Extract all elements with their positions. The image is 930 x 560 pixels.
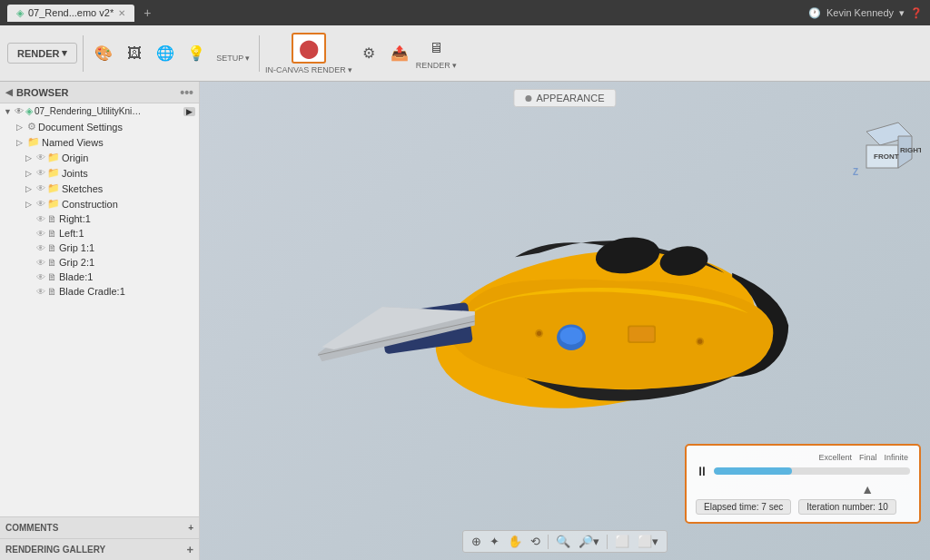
svg-point-17 bbox=[537, 330, 541, 335]
z-axis-label: Z bbox=[853, 167, 858, 177]
comments-add-icon[interactable]: + bbox=[188, 523, 193, 533]
progress-row: ⏸ bbox=[696, 464, 910, 478]
toolbar-group-settings: ⚙ bbox=[354, 42, 383, 64]
item-label: Named Views bbox=[42, 137, 104, 148]
appearance-label: APPEARANCE bbox=[536, 93, 604, 103]
item-label: Right:1 bbox=[59, 213, 91, 224]
help-icon[interactable]: ❓ bbox=[910, 7, 923, 19]
list-item[interactable]: 👁 🗎 Left:1 bbox=[0, 226, 199, 241]
body-icon: 🗎 bbox=[47, 242, 57, 253]
list-item[interactable]: 👁 🗎 Blade:1 bbox=[0, 270, 199, 284]
export-button[interactable]: 📤 bbox=[385, 42, 414, 64]
eye-icon[interactable]: 👁 bbox=[36, 229, 45, 239]
root-eye-icon[interactable]: 👁 bbox=[15, 106, 24, 116]
toolbar-group-in-canvas: ⬤ IN-CANVAS RENDER ▾ bbox=[265, 33, 352, 74]
list-item[interactable]: 👁 🗎 Blade Cradle:1 bbox=[0, 284, 199, 299]
lights-button[interactable]: 💡 bbox=[182, 42, 211, 64]
scene-button[interactable]: 🌐 bbox=[151, 42, 180, 64]
eye-icon[interactable]: 👁 bbox=[36, 287, 45, 297]
root-item-label: 07_Rendering_UtilityKnife Der... bbox=[35, 106, 143, 116]
body-icon: 🗎 bbox=[47, 213, 57, 224]
expand-icon: ▷ bbox=[16, 138, 25, 147]
item-label: Sketches bbox=[62, 183, 103, 194]
zoom-button[interactable]: ⟲ bbox=[528, 533, 543, 550]
sphere-icon: ⬤ bbox=[299, 37, 319, 59]
lights-icon: 💡 bbox=[187, 44, 205, 62]
viewcube-svg: FRONT RIGHT bbox=[848, 109, 921, 182]
tree-root-item[interactable]: ▼ 👁 ◈ 07_Rendering_UtilityKnife Der... ▶ bbox=[0, 103, 199, 119]
elapsed-time-badge: Elapsed time: 7 sec bbox=[696, 499, 791, 515]
home-button[interactable]: ⊕ bbox=[469, 533, 484, 550]
render-progress-panel: Excellent Final Infinite ⏸ ▲ Elapsed tim… bbox=[685, 444, 921, 524]
display-mode-dropdown-button[interactable]: ⬜▾ bbox=[635, 533, 661, 550]
title-bar: ◈ 07_Rend...emo v2* ✕ + 🕐 Kevin Kennedy … bbox=[0, 0, 930, 25]
browser-collapse-icon[interactable]: ◀ bbox=[5, 87, 13, 97]
list-item[interactable]: 👁 🗎 Right:1 bbox=[0, 211, 199, 226]
add-tab-button[interactable]: + bbox=[143, 5, 151, 20]
tab-close-icon[interactable]: ✕ bbox=[118, 8, 125, 18]
list-item[interactable]: 👁 🗎 Grip 2:1 bbox=[0, 255, 199, 270]
zoom-dropdown-button[interactable]: 🔎▾ bbox=[576, 533, 602, 550]
svg-rect-15 bbox=[629, 327, 654, 341]
eye-icon[interactable]: 👁 bbox=[36, 168, 45, 178]
eye-icon[interactable]: 👁 bbox=[36, 258, 45, 268]
user-name[interactable]: Kevin Kennedy bbox=[826, 7, 894, 18]
browser-title: BROWSER bbox=[16, 87, 68, 98]
expand-icon: ▷ bbox=[25, 184, 35, 193]
info-row: Elapsed time: 7 sec Iteration number: 10 bbox=[696, 499, 910, 515]
gallery-add-btn[interactable]: + bbox=[186, 543, 193, 556]
toolbar-group-texture: 🖼 bbox=[120, 43, 149, 64]
toolbar-group-render2: 🖥 RENDER ▾ bbox=[416, 37, 457, 70]
list-item[interactable]: ▷ 👁 📁 Sketches bbox=[0, 181, 199, 196]
item-label: Blade:1 bbox=[59, 271, 93, 282]
tab-label: 07_Rend...emo v2* bbox=[28, 7, 114, 18]
item-label: Blade Cradle:1 bbox=[59, 286, 125, 297]
list-item[interactable]: 👁 🗎 Grip 1:1 bbox=[0, 241, 199, 255]
list-item[interactable]: ▷ 👁 📁 Origin bbox=[0, 150, 199, 165]
list-item[interactable]: ▷ 👁 📁 Joints bbox=[0, 165, 199, 181]
scene-icon: 🌐 bbox=[156, 44, 174, 62]
list-item[interactable]: ▷ 📁 Named Views bbox=[0, 134, 199, 150]
item-label: Joints bbox=[62, 168, 88, 179]
triangle-indicator: ▲ bbox=[861, 482, 874, 496]
list-item[interactable]: ▷ 👁 📁 Construction bbox=[0, 196, 199, 211]
eye-icon[interactable]: 👁 bbox=[36, 152, 45, 162]
render-menu-button[interactable]: RENDER ▾ bbox=[7, 43, 77, 64]
viewport[interactable]: APPEARANCE FRONT RIGHT Z bbox=[200, 82, 930, 560]
browser-options-icon[interactable]: ••• bbox=[180, 85, 193, 100]
eye-icon[interactable]: 👁 bbox=[36, 243, 45, 253]
pause-button[interactable]: ⏸ bbox=[696, 464, 708, 478]
expand-icon: ▷ bbox=[25, 169, 35, 178]
eye-icon[interactable]: 👁 bbox=[36, 183, 45, 193]
orbit-button[interactable]: ✦ bbox=[487, 533, 502, 550]
viewcube[interactable]: FRONT RIGHT Z bbox=[848, 109, 921, 182]
excellent-label: Excellent bbox=[818, 453, 852, 462]
texture-button[interactable]: 🖼 bbox=[120, 43, 149, 64]
user-dropdown-icon[interactable]: ▾ bbox=[899, 7, 905, 19]
toolbar: RENDER ▾ 🎨 🖼 🌐 💡 SETUP bbox=[0, 25, 930, 82]
eye-icon[interactable]: 👁 bbox=[36, 199, 45, 209]
active-tab[interactable]: ◈ 07_Rend...emo v2* ✕ bbox=[7, 5, 134, 22]
eye-icon[interactable]: 👁 bbox=[36, 214, 45, 224]
zoom-fit-button[interactable]: 🔍 bbox=[553, 533, 573, 550]
setup-label: SETUP ▾ bbox=[216, 54, 250, 63]
expand-icon: ▷ bbox=[25, 153, 35, 162]
in-canvas-render-button[interactable]: ⬤ bbox=[292, 33, 326, 64]
item-label: Construction bbox=[62, 199, 118, 210]
texture-icon: 🖼 bbox=[127, 45, 142, 62]
settings-button[interactable]: ⚙ bbox=[354, 42, 383, 64]
folder-icon: 📁 bbox=[47, 167, 60, 179]
render-button[interactable]: 🖥 bbox=[421, 37, 450, 59]
settings-item-icon: ⚙ bbox=[27, 121, 36, 133]
body-icon: 🗎 bbox=[47, 286, 57, 297]
render-label: RENDER bbox=[17, 48, 59, 59]
item-label: Grip 1:1 bbox=[59, 242, 94, 253]
progress-indicator: ▲ bbox=[696, 482, 910, 496]
pan-button[interactable]: ✋ bbox=[505, 533, 525, 550]
item-label: Left:1 bbox=[59, 228, 84, 239]
appearance-button[interactable]: 🎨 bbox=[89, 42, 118, 64]
list-item[interactable]: ▷ ⚙ Document Settings bbox=[0, 119, 199, 134]
folder-icon: 📁 bbox=[47, 182, 60, 194]
display-mode-button[interactable]: ⬜ bbox=[612, 533, 632, 550]
eye-icon[interactable]: 👁 bbox=[36, 272, 45, 282]
